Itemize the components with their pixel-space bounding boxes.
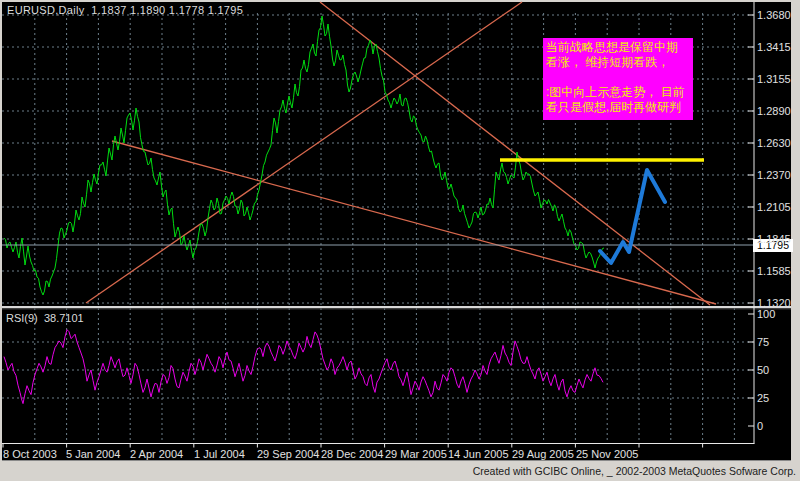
note-line bbox=[546, 70, 690, 85]
blue-projection-object[interactable] bbox=[600, 170, 665, 263]
note-line: 当前战略思想是保留中期 bbox=[546, 40, 690, 55]
rsi-name: RSI(9) bbox=[6, 312, 38, 324]
rsi-axis-label: 50 bbox=[757, 365, 769, 376]
note-line: 看涨， 维持短期看跌， bbox=[546, 55, 690, 70]
time-axis-label: 8 Oct 2003 bbox=[3, 448, 57, 460]
strategy-note-box[interactable]: 当前战略思想是保留中期 看涨， 维持短期看跌， :图中向上示意走势， 目前 看只… bbox=[543, 38, 693, 120]
note-line: :图中向上示意走势， 目前 bbox=[546, 85, 690, 100]
time-axis-label: 2 Apr 2004 bbox=[130, 448, 183, 460]
time-axis-label: 28 Dec 2004 bbox=[321, 448, 383, 460]
rsi-axis-label: 0 bbox=[757, 421, 763, 432]
chart-title-ohlc: EURUSD,Daily 1.1837 1.1890 1.1778 1.1795 bbox=[7, 4, 243, 16]
time-axis-label: 29 Aug 2005 bbox=[512, 448, 574, 460]
price-axis-label: 1.1845 bbox=[757, 234, 791, 245]
rsi-path bbox=[4, 330, 603, 404]
time-axis-label: 1 Jul 2004 bbox=[194, 448, 245, 460]
price-axis-label: 1.2630 bbox=[757, 138, 791, 149]
price-axis-label: 1.2890 bbox=[757, 106, 791, 117]
price-axis-label: 1.3680 bbox=[757, 10, 791, 21]
rsi-value: 38.7101 bbox=[44, 312, 84, 324]
rsi-axis-label: 25 bbox=[757, 393, 769, 404]
price-axis-label: 1.3155 bbox=[757, 74, 791, 85]
price-axis-label: 1.3415 bbox=[757, 42, 791, 53]
copyright-text: Created with GCIBC Online, _ 2002-2003 M… bbox=[473, 465, 796, 477]
time-axis-label: 25 Nov 2005 bbox=[576, 448, 638, 460]
trendline-ascending-support[interactable] bbox=[86, 2, 522, 303]
time-axis-label: 29 Mar 2005 bbox=[385, 448, 447, 460]
rsi-indicator-label: RSI(9) 38.7101 bbox=[6, 312, 84, 324]
price-axis-label: 1.2370 bbox=[757, 170, 791, 181]
price-path bbox=[4, 16, 604, 295]
rsi-axis-label: 100 bbox=[757, 309, 775, 320]
price-axis-label: 1.2105 bbox=[757, 202, 791, 213]
chart-window: EURUSD,Daily 1.1837 1.1890 1.1778 1.1795… bbox=[0, 0, 800, 481]
price-axis-label: 1.1585 bbox=[757, 266, 791, 277]
time-axis-label: 14 Jun 2005 bbox=[448, 448, 509, 460]
price-axis-label: 1.1320 bbox=[757, 298, 791, 309]
time-axis-label: 29 Sep 2004 bbox=[257, 448, 319, 460]
note-line: 看只是假想,届时再做研判 bbox=[546, 100, 690, 115]
time-axis-label: 5 Jan 2004 bbox=[66, 448, 120, 460]
rsi-axis-label: 75 bbox=[757, 337, 769, 348]
